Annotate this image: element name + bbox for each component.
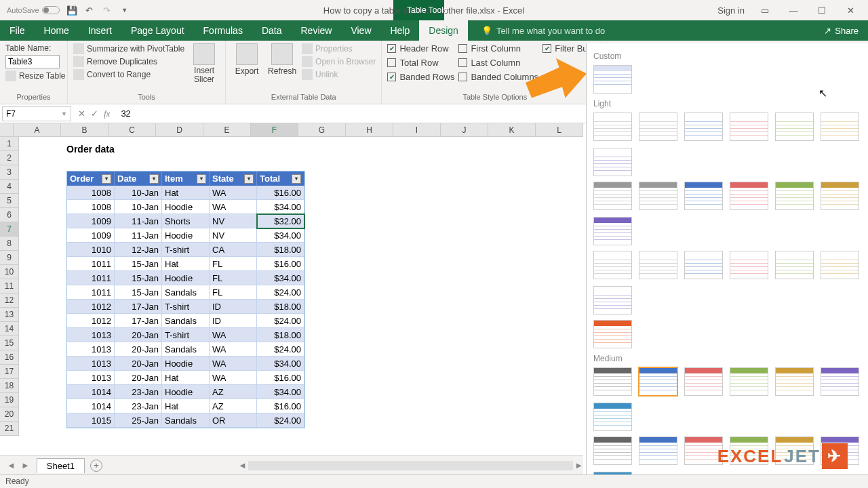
table-cell[interactable]: 15-Jan [115, 271, 162, 285]
row-header[interactable]: 11 [0, 279, 19, 293]
table-row[interactable]: 100911-JanShortsNV$32.00 [67, 214, 304, 228]
table-cell[interactable]: 1012 [67, 300, 115, 314]
table-style-swatch[interactable] [684, 367, 723, 396]
table-row[interactable]: 100810-JanHatWA$16.00 [67, 186, 304, 200]
table-cell[interactable]: $24.00 [257, 413, 304, 428]
table-style-swatch[interactable] [593, 148, 632, 176]
table-style-swatch[interactable] [639, 367, 677, 396]
table-cell[interactable]: 10-Jan [115, 200, 162, 214]
table-cell[interactable]: $16.00 [257, 399, 304, 413]
table-cell[interactable]: 20-Jan [115, 357, 162, 371]
table-row[interactable]: 101012-JanT-shirtCA$18.00 [67, 243, 304, 257]
table-cell[interactable]: $32.00 [257, 214, 304, 228]
tab-page-layout[interactable]: Page Layout [121, 20, 194, 41]
table-styles-gallery[interactable]: Custom Light Medium Dark ▦ New Table Sty… [586, 43, 868, 488]
table-row[interactable]: 101320-JanSandalsWA$24.00 [67, 342, 304, 357]
table-cell[interactable]: $34.00 [257, 385, 304, 399]
table-cell[interactable]: $16.00 [257, 186, 304, 200]
tab-insert[interactable]: Insert [79, 20, 121, 41]
table-name-input[interactable] [5, 55, 60, 68]
table-style-swatch[interactable] [593, 436, 632, 465]
table-cell[interactable]: ID [210, 314, 257, 328]
table-cell[interactable]: Hoodie [162, 357, 210, 371]
row-header[interactable]: 16 [0, 350, 19, 365]
resize-table-button[interactable]: Resize Table [5, 70, 65, 81]
row-header[interactable]: 21 [0, 422, 19, 436]
row-header[interactable]: 4 [0, 180, 19, 194]
refresh-button[interactable]: Refresh [267, 43, 298, 76]
table-cell[interactable]: 1011 [67, 271, 115, 285]
col-header-J[interactable]: J [441, 123, 488, 136]
table-style-swatch[interactable] [593, 403, 632, 431]
table-row[interactable]: 101423-JanHoodieAZ$34.00 [67, 385, 304, 399]
enter-formula-icon[interactable]: ✓ [91, 108, 98, 119]
table-cell[interactable]: FL [210, 257, 257, 271]
first-col-checkbox[interactable]: First Column [458, 43, 538, 54]
redo-icon[interactable]: ↷ [102, 5, 113, 16]
undo-icon[interactable]: ↶ [84, 5, 95, 16]
chevron-down-icon[interactable]: ▼ [61, 110, 67, 117]
table-cell[interactable]: FL [210, 285, 257, 300]
table-cell[interactable]: 1010 [67, 243, 115, 257]
table-cell[interactable]: 1013 [67, 328, 115, 342]
table-header-order[interactable]: Order▾ [67, 171, 115, 186]
table-cell[interactable]: 17-Jan [115, 314, 162, 328]
table-cell[interactable]: T-shirt [162, 300, 210, 314]
table-cell[interactable]: WA [210, 328, 257, 342]
table-header-item[interactable]: Item▾ [162, 171, 210, 186]
table-cell[interactable]: 1014 [67, 399, 115, 413]
table-cell[interactable]: Hat [162, 186, 210, 200]
table-cell[interactable]: 20-Jan [115, 371, 162, 385]
table-cell[interactable]: 1012 [67, 314, 115, 328]
col-header-A[interactable]: A [14, 123, 61, 136]
table-cell[interactable]: 23-Jan [115, 399, 162, 413]
table-cell[interactable]: WA [210, 186, 257, 200]
table-style-swatch[interactable] [821, 251, 859, 279]
col-header-G[interactable]: G [298, 123, 346, 136]
table-cell[interactable]: 1014 [67, 385, 115, 399]
table-cell[interactable]: NV [210, 214, 257, 228]
table-cell[interactable]: 25-Jan [115, 413, 162, 428]
table-header-state[interactable]: State▾ [210, 171, 257, 186]
tab-home[interactable]: Home [35, 20, 79, 41]
table-header-date[interactable]: Date▾ [115, 171, 162, 186]
tab-view[interactable]: View [341, 20, 380, 41]
table-cell[interactable]: $34.00 [257, 271, 304, 285]
share-button[interactable]: ↗ Share [814, 20, 868, 41]
col-header-B[interactable]: B [61, 123, 108, 136]
total-row-checkbox[interactable]: Total Row [387, 58, 454, 68]
table-style-swatch[interactable] [821, 113, 859, 141]
filter-button-icon[interactable]: ▾ [197, 174, 206, 184]
filter-button-icon[interactable]: ▾ [102, 174, 111, 184]
col-header-H[interactable]: H [346, 123, 393, 136]
table-cell[interactable]: 1008 [67, 186, 115, 200]
table-cell[interactable]: 15-Jan [115, 257, 162, 271]
horizontal-scrollbar[interactable]: ◄► [238, 460, 583, 471]
table-style-swatch[interactable] [593, 113, 632, 141]
banded-rows-checkbox[interactable]: ✔Banded Rows [387, 72, 454, 82]
row-header[interactable]: 9 [0, 251, 19, 265]
table-cell[interactable]: OR [210, 413, 257, 428]
table-cell[interactable]: 20-Jan [115, 342, 162, 357]
row-header[interactable]: 14 [0, 322, 19, 336]
insert-slicer-button[interactable]: Insert Slicer [189, 43, 220, 84]
table-cell[interactable]: $18.00 [257, 300, 304, 314]
row-header[interactable]: 8 [0, 237, 19, 251]
table-cell[interactable]: 11-Jan [115, 214, 162, 228]
table-cell[interactable]: 11-Jan [115, 228, 162, 243]
table-style-swatch[interactable] [593, 217, 632, 245]
table-cell[interactable]: 20-Jan [115, 328, 162, 342]
table-cell[interactable]: 17-Jan [115, 300, 162, 314]
table-style-swatch[interactable] [730, 251, 768, 279]
autosave-toggle[interactable]: AutoSave [7, 6, 60, 14]
table-style-swatch[interactable] [639, 436, 677, 465]
table-cell[interactable]: CA [210, 243, 257, 257]
tab-formulas[interactable]: Formulas [194, 20, 252, 41]
table-cell[interactable]: T-shirt [162, 243, 210, 257]
col-header-I[interactable]: I [393, 123, 441, 136]
signin-link[interactable]: Sign in [717, 5, 745, 16]
table-style-swatch[interactable] [684, 182, 723, 210]
table-cell[interactable]: $18.00 [257, 328, 304, 342]
table-row[interactable]: 101423-JanHatAZ$16.00 [67, 399, 304, 413]
add-sheet-button[interactable]: + [90, 460, 102, 472]
